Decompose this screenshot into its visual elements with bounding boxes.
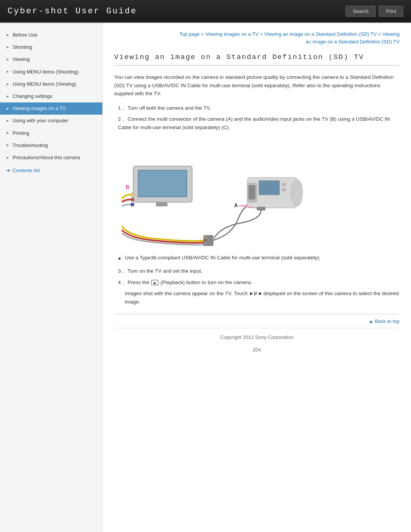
- svg-rect-22: [282, 188, 286, 191]
- bullet-text: Use a Type3b-compliant USB/AV/DC IN Cabl…: [125, 254, 320, 262]
- sidebar-item-precautions[interactable]: ► Precautions/About this camera: [0, 152, 102, 164]
- step-2-text: Connect the multi connector of the camer…: [118, 116, 390, 130]
- arrow-icon: ►: [6, 69, 10, 74]
- sidebar-item-troubleshooting[interactable]: ► Troubleshooting: [0, 139, 102, 152]
- breadcrumb-top[interactable]: Top page: [179, 31, 200, 37]
- sidebar-item-printing[interactable]: ► Printing: [0, 127, 102, 139]
- touch-icon: ►I/◄: [249, 291, 262, 296]
- svg-rect-4: [139, 171, 186, 196]
- back-to-top-link[interactable]: ▲ Back to top: [368, 318, 400, 324]
- step-1-text: Turn off both the camera and the TV.: [127, 105, 211, 111]
- arrow-icon: ►: [6, 33, 10, 38]
- connection-diagram: B C: [122, 139, 304, 246]
- page-title: Viewing an image on a Standard Definitio…: [114, 53, 400, 66]
- copyright-text: Copyright 2012 Sony Corporation: [220, 334, 294, 340]
- step-3-text: Turn on the TV and set the input.: [127, 268, 202, 274]
- print-button[interactable]: Print: [379, 6, 403, 17]
- sidebar-item-viewing-tv[interactable]: ► Viewing images on a TV: [0, 102, 102, 115]
- sidebar: ► Before Use ► Shooting ► Viewing ► Usin…: [0, 23, 103, 532]
- content-area: Top page > Viewing images on a TV > View…: [103, 23, 411, 532]
- header: Cyber-shot User Guide Search Print: [0, 0, 411, 23]
- svg-rect-20: [259, 181, 280, 195]
- step-4-sub: Images shot with the camera appear on th…: [125, 289, 400, 306]
- svg-rect-19: [249, 185, 255, 200]
- contents-list-link[interactable]: ➔ Contents list: [0, 164, 102, 177]
- intro-text: You can view images recorded on the came…: [114, 73, 400, 98]
- bullet-dot-icon: ●: [118, 254, 121, 263]
- svg-rect-1: [156, 203, 167, 206]
- arrow-icon: ►: [6, 45, 10, 50]
- step-4-text: Press the ▶ (Playback) button to turn on…: [127, 280, 252, 285]
- page-number: 204: [114, 347, 400, 353]
- svg-rect-23: [257, 207, 265, 210]
- bullet-usb-note: ● Use a Type3b-compliant USB/AV/DC IN Ca…: [118, 254, 400, 263]
- sidebar-item-changing-settings[interactable]: ► Changing settings: [0, 90, 102, 102]
- step-2-number: 2．: [118, 116, 126, 122]
- svg-text:A: A: [234, 202, 238, 208]
- sidebar-item-before-use[interactable]: ► Before Use: [0, 29, 102, 41]
- sidebar-item-shooting[interactable]: ► Shooting: [0, 41, 102, 53]
- step-3-number: 3．: [118, 268, 126, 274]
- sidebar-item-menu-shooting[interactable]: ► Using MENU items (Shooting): [0, 66, 102, 78]
- back-to-top-arrow: ▲: [368, 318, 373, 324]
- step-1: 1． Turn off both the camera and the TV.: [118, 104, 400, 112]
- svg-rect-11: [205, 240, 206, 241]
- sidebar-item-using-computer[interactable]: ► Using with your computer: [0, 115, 102, 127]
- svg-rect-10: [205, 236, 206, 238]
- arrow-icon: ►: [6, 57, 10, 62]
- step-4: 4． Press the ▶ (Playback) button to turn…: [118, 278, 400, 287]
- header-buttons: Search Print: [346, 6, 403, 17]
- arrow-right-icon: ➔: [6, 168, 10, 173]
- arrow-icon: ►: [6, 82, 10, 87]
- footer: Copyright 2012 Sony Corporation: [114, 328, 400, 344]
- breadcrumb: Top page > Viewing images on a TV > View…: [114, 30, 400, 45]
- svg-text:B: B: [126, 184, 129, 190]
- arrow-icon: ►: [6, 94, 10, 99]
- step-4-number: 4．: [118, 280, 126, 285]
- search-button[interactable]: Search: [346, 6, 376, 17]
- step-1-number: 1．: [118, 105, 126, 111]
- arrow-icon: ►: [6, 155, 10, 160]
- svg-point-6: [131, 193, 134, 197]
- main-layout: ► Before Use ► Shooting ► Viewing ► Usin…: [0, 23, 411, 532]
- svg-point-17: [291, 179, 303, 206]
- svg-text:C: C: [211, 245, 215, 246]
- svg-rect-21: [282, 183, 286, 186]
- playback-icon: ▶: [151, 280, 158, 285]
- back-to-top-label: Back to top: [375, 318, 400, 324]
- arrow-icon: ►: [6, 143, 10, 148]
- breadcrumb-sd-tv[interactable]: Viewing an image on a Standard Definitio…: [264, 31, 377, 37]
- arrow-icon: ►: [6, 118, 10, 123]
- arrow-icon: ►: [6, 106, 10, 111]
- app-title: Cyber-shot User Guide: [8, 6, 137, 16]
- diagram-area: B C: [114, 139, 400, 246]
- svg-point-7: [131, 198, 134, 201]
- sidebar-item-menu-viewing[interactable]: ► Using MENU items (Viewing): [0, 78, 102, 90]
- step-3: 3． Turn on the TV and set the input.: [118, 267, 400, 275]
- svg-point-8: [131, 203, 134, 206]
- svg-rect-12: [205, 243, 206, 244]
- step-4-sub-text: Images shot with the camera appear on th…: [125, 291, 399, 305]
- sidebar-item-viewing[interactable]: ► Viewing: [0, 53, 102, 66]
- arrow-icon: ►: [6, 131, 10, 136]
- back-to-top-row: ▲ Back to top: [114, 314, 400, 324]
- step-2: 2． Connect the multi connector of the ca…: [118, 115, 400, 131]
- breadcrumb-viewing-tv[interactable]: Viewing images on a TV: [206, 31, 259, 37]
